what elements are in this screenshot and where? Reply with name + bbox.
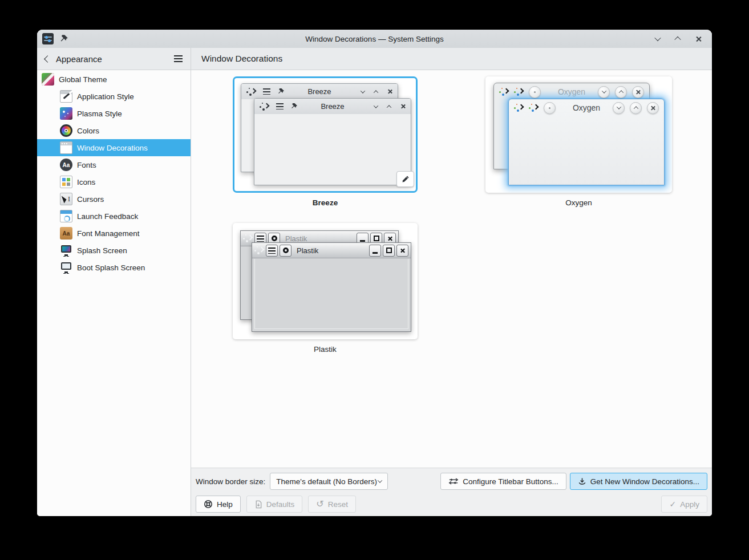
pin-icon [290, 103, 298, 110]
check-icon: ✓ [669, 500, 676, 508]
sidebar-header-title: Appearance [56, 54, 102, 64]
sidebar-item-cursors[interactable]: Cursors [37, 190, 191, 208]
kde-logo-icon [243, 234, 253, 243]
close-icon[interactable] [695, 36, 702, 42]
header-band: Appearance Window Decorations [37, 48, 712, 70]
close-icon [387, 89, 392, 94]
close-button [632, 86, 644, 98]
maximize-icon [374, 90, 378, 95]
chevron-down-icon [378, 478, 382, 482]
menu-icon [263, 88, 270, 95]
footer-bar: Window border size: Theme's default (No … [191, 468, 712, 516]
maximize-button [630, 102, 642, 114]
window-titlebar[interactable]: Window Decorations — System Settings [37, 30, 712, 48]
breeze-preview-front-window: Breeze [254, 98, 411, 185]
app-menu-button [280, 245, 291, 257]
sidebar-item-splash-screen[interactable]: Splash Screen [37, 242, 191, 259]
sidebar-item-icons[interactable]: Icons [37, 173, 191, 190]
minimize-icon[interactable] [654, 35, 661, 41]
theme-name-breeze: Breeze [233, 198, 418, 207]
kde-logo-icon [514, 87, 524, 96]
minimize-button [369, 245, 381, 257]
reset-button[interactable]: ↺ Reset [308, 496, 356, 513]
pin-icon [277, 88, 285, 95]
defaults-button[interactable]: Defaults [246, 496, 303, 513]
sidebar-item-plasma-style[interactable]: Plasma Style [37, 105, 191, 122]
theme-card-breeze[interactable]: Breeze [233, 76, 418, 193]
sidebar-item-font-management[interactable]: Aa Font Management [37, 225, 191, 242]
minimize-icon [361, 88, 365, 93]
reset-icon: ↺ [316, 500, 323, 509]
page-title: Window Decorations [201, 54, 282, 64]
kde-logo-icon [514, 103, 524, 112]
back-chevron-icon[interactable] [44, 55, 51, 63]
application-style-icon [60, 90, 72, 103]
preview-window-title: Plastik [285, 234, 307, 243]
close-button [647, 102, 659, 114]
preview-window-title: Plastik [297, 246, 318, 255]
maximize-button [383, 245, 395, 257]
minimize-icon [374, 103, 378, 108]
fonts-icon: Aa [60, 159, 72, 171]
minimize-button [598, 86, 610, 98]
configure-icon [448, 477, 459, 485]
kde-logo-icon [499, 87, 509, 96]
kde-logo-icon [260, 102, 269, 111]
maximize-icon [387, 105, 391, 109]
theme-name-plastik: Plastik [233, 345, 418, 354]
pencil-icon [401, 175, 410, 184]
sidebar-item-window-decorations[interactable]: Window Decorations [37, 139, 191, 156]
font-management-icon: Aa [60, 227, 72, 240]
cursors-icon [60, 193, 72, 205]
kde-logo-icon [529, 103, 539, 112]
window-decorations-icon [60, 141, 72, 154]
system-settings-window: Window Decorations — System Settings App… [37, 30, 712, 516]
menu-button [544, 102, 556, 114]
minimize-button [613, 102, 625, 114]
border-size-label: Window border size: [196, 477, 265, 486]
sidebar-item-application-style[interactable]: Application Style [37, 88, 191, 105]
kde-logo-icon [254, 246, 264, 255]
maximize-icon[interactable] [674, 36, 681, 43]
theme-card-oxygen[interactable]: Oxygen [485, 76, 672, 193]
maximize-button [615, 86, 627, 98]
sidebar: Global Theme Application Style Plasma St… [37, 70, 191, 516]
edit-theme-button[interactable] [396, 171, 414, 187]
get-new-window-decorations-button[interactable]: Get New Window Decorations... [570, 473, 707, 490]
sidebar-item-global-theme[interactable]: Global Theme [37, 71, 191, 88]
colors-icon [60, 124, 72, 137]
help-icon [204, 500, 213, 509]
plastik-preview-front-window: Plastik [252, 242, 411, 332]
help-button[interactable]: Help [196, 496, 241, 513]
sidebar-item-fonts[interactable]: Aa Fonts [37, 156, 191, 173]
window-title: Window Decorations — System Settings [37, 35, 712, 43]
boot-splash-screen-icon [60, 261, 72, 274]
icons-icon [60, 176, 72, 188]
defaults-icon [254, 500, 262, 509]
menu-button [529, 86, 541, 98]
border-size-dropdown[interactable]: Theme's default (No Borders) [270, 473, 388, 490]
splash-screen-icon [60, 244, 72, 257]
close-button [396, 245, 408, 257]
launch-feedback-icon [60, 210, 72, 222]
page-header: Window Decorations [191, 48, 712, 70]
menu-icon [276, 103, 284, 109]
kde-logo-icon [246, 87, 256, 96]
sidebar-item-launch-feedback[interactable]: Launch Feedback [37, 208, 191, 225]
hamburger-icon[interactable] [174, 55, 183, 62]
global-theme-icon [42, 73, 54, 86]
download-icon [578, 477, 586, 486]
oxygen-preview-front-window: Oxygen [508, 99, 665, 185]
theme-name-oxygen: Oxygen [485, 198, 672, 207]
close-icon [400, 104, 406, 109]
theme-grid: Breeze [191, 70, 712, 468]
plasma-style-icon [60, 107, 72, 120]
desktop-background: Window Decorations — System Settings App… [0, 0, 749, 560]
menu-button [266, 245, 278, 257]
configure-titlebar-buttons-button[interactable]: Configure Titlebar Buttons... [440, 473, 566, 490]
sidebar-item-colors[interactable]: Colors [37, 122, 191, 139]
apply-button[interactable]: ✓ Apply [661, 496, 707, 513]
sidebar-header: Appearance [37, 48, 191, 70]
theme-card-plastik[interactable]: Plastik [233, 223, 418, 339]
sidebar-item-boot-splash-screen[interactable]: Boot Splash Screen [37, 259, 191, 276]
